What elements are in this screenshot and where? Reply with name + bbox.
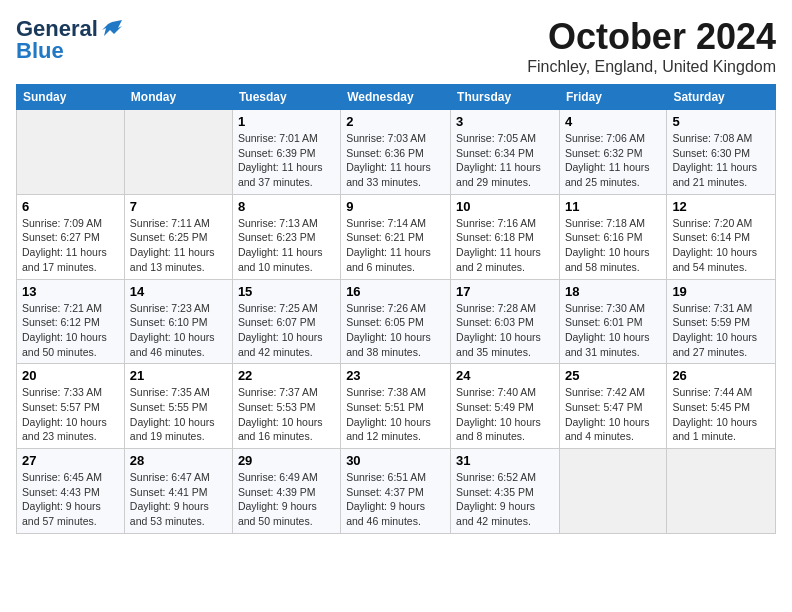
calendar-cell: 8Sunrise: 7:13 AM Sunset: 6:23 PM Daylig… — [232, 194, 340, 279]
title-area: October 2024 Finchley, England, United K… — [527, 16, 776, 76]
day-info: Sunrise: 7:25 AM Sunset: 6:07 PM Dayligh… — [238, 301, 335, 360]
calendar-cell: 10Sunrise: 7:16 AM Sunset: 6:18 PM Dayli… — [451, 194, 560, 279]
day-number: 19 — [672, 284, 770, 299]
calendar-week-row: 20Sunrise: 7:33 AM Sunset: 5:57 PM Dayli… — [17, 364, 776, 449]
day-number: 6 — [22, 199, 119, 214]
day-info: Sunrise: 7:16 AM Sunset: 6:18 PM Dayligh… — [456, 216, 554, 275]
header-day-thursday: Thursday — [451, 85, 560, 110]
day-number: 1 — [238, 114, 335, 129]
calendar-cell — [559, 449, 666, 534]
calendar-cell: 1Sunrise: 7:01 AM Sunset: 6:39 PM Daylig… — [232, 110, 340, 195]
day-number: 25 — [565, 368, 661, 383]
day-number: 26 — [672, 368, 770, 383]
calendar-cell: 17Sunrise: 7:28 AM Sunset: 6:03 PM Dayli… — [451, 279, 560, 364]
day-number: 17 — [456, 284, 554, 299]
day-info: Sunrise: 7:28 AM Sunset: 6:03 PM Dayligh… — [456, 301, 554, 360]
calendar-cell: 29Sunrise: 6:49 AM Sunset: 4:39 PM Dayli… — [232, 449, 340, 534]
day-info: Sunrise: 7:20 AM Sunset: 6:14 PM Dayligh… — [672, 216, 770, 275]
day-number: 22 — [238, 368, 335, 383]
day-info: Sunrise: 7:21 AM Sunset: 6:12 PM Dayligh… — [22, 301, 119, 360]
calendar-cell: 18Sunrise: 7:30 AM Sunset: 6:01 PM Dayli… — [559, 279, 666, 364]
calendar-cell: 12Sunrise: 7:20 AM Sunset: 6:14 PM Dayli… — [667, 194, 776, 279]
day-info: Sunrise: 7:33 AM Sunset: 5:57 PM Dayligh… — [22, 385, 119, 444]
logo: General Blue — [16, 16, 122, 64]
day-info: Sunrise: 7:31 AM Sunset: 5:59 PM Dayligh… — [672, 301, 770, 360]
day-number: 21 — [130, 368, 227, 383]
day-number: 31 — [456, 453, 554, 468]
day-number: 5 — [672, 114, 770, 129]
day-info: Sunrise: 7:40 AM Sunset: 5:49 PM Dayligh… — [456, 385, 554, 444]
day-info: Sunrise: 7:08 AM Sunset: 6:30 PM Dayligh… — [672, 131, 770, 190]
day-number: 10 — [456, 199, 554, 214]
day-info: Sunrise: 7:44 AM Sunset: 5:45 PM Dayligh… — [672, 385, 770, 444]
day-number: 12 — [672, 199, 770, 214]
day-info: Sunrise: 7:18 AM Sunset: 6:16 PM Dayligh… — [565, 216, 661, 275]
calendar-header-row: SundayMondayTuesdayWednesdayThursdayFrid… — [17, 85, 776, 110]
day-number: 20 — [22, 368, 119, 383]
header-day-friday: Friday — [559, 85, 666, 110]
logo-blue: Blue — [16, 38, 64, 64]
calendar-cell: 6Sunrise: 7:09 AM Sunset: 6:27 PM Daylig… — [17, 194, 125, 279]
day-info: Sunrise: 6:45 AM Sunset: 4:43 PM Dayligh… — [22, 470, 119, 529]
day-info: Sunrise: 6:51 AM Sunset: 4:37 PM Dayligh… — [346, 470, 445, 529]
day-number: 27 — [22, 453, 119, 468]
day-number: 11 — [565, 199, 661, 214]
day-info: Sunrise: 7:05 AM Sunset: 6:34 PM Dayligh… — [456, 131, 554, 190]
day-number: 7 — [130, 199, 227, 214]
day-number: 28 — [130, 453, 227, 468]
day-info: Sunrise: 7:13 AM Sunset: 6:23 PM Dayligh… — [238, 216, 335, 275]
header-day-sunday: Sunday — [17, 85, 125, 110]
calendar-cell: 15Sunrise: 7:25 AM Sunset: 6:07 PM Dayli… — [232, 279, 340, 364]
calendar-cell: 2Sunrise: 7:03 AM Sunset: 6:36 PM Daylig… — [341, 110, 451, 195]
calendar-week-row: 13Sunrise: 7:21 AM Sunset: 6:12 PM Dayli… — [17, 279, 776, 364]
day-number: 4 — [565, 114, 661, 129]
calendar-cell: 28Sunrise: 6:47 AM Sunset: 4:41 PM Dayli… — [124, 449, 232, 534]
calendar-cell: 14Sunrise: 7:23 AM Sunset: 6:10 PM Dayli… — [124, 279, 232, 364]
calendar-cell: 7Sunrise: 7:11 AM Sunset: 6:25 PM Daylig… — [124, 194, 232, 279]
calendar-cell: 9Sunrise: 7:14 AM Sunset: 6:21 PM Daylig… — [341, 194, 451, 279]
calendar-cell — [17, 110, 125, 195]
calendar-cell: 25Sunrise: 7:42 AM Sunset: 5:47 PM Dayli… — [559, 364, 666, 449]
calendar-cell — [667, 449, 776, 534]
day-number: 18 — [565, 284, 661, 299]
calendar-cell: 31Sunrise: 6:52 AM Sunset: 4:35 PM Dayli… — [451, 449, 560, 534]
day-info: Sunrise: 7:14 AM Sunset: 6:21 PM Dayligh… — [346, 216, 445, 275]
day-info: Sunrise: 7:38 AM Sunset: 5:51 PM Dayligh… — [346, 385, 445, 444]
day-number: 24 — [456, 368, 554, 383]
header-day-tuesday: Tuesday — [232, 85, 340, 110]
day-info: Sunrise: 7:03 AM Sunset: 6:36 PM Dayligh… — [346, 131, 445, 190]
calendar-week-row: 6Sunrise: 7:09 AM Sunset: 6:27 PM Daylig… — [17, 194, 776, 279]
day-number: 8 — [238, 199, 335, 214]
day-info: Sunrise: 6:47 AM Sunset: 4:41 PM Dayligh… — [130, 470, 227, 529]
calendar-cell: 20Sunrise: 7:33 AM Sunset: 5:57 PM Dayli… — [17, 364, 125, 449]
day-number: 14 — [130, 284, 227, 299]
header-day-monday: Monday — [124, 85, 232, 110]
day-info: Sunrise: 7:35 AM Sunset: 5:55 PM Dayligh… — [130, 385, 227, 444]
day-info: Sunrise: 7:37 AM Sunset: 5:53 PM Dayligh… — [238, 385, 335, 444]
day-number: 30 — [346, 453, 445, 468]
day-info: Sunrise: 7:23 AM Sunset: 6:10 PM Dayligh… — [130, 301, 227, 360]
day-info: Sunrise: 7:06 AM Sunset: 6:32 PM Dayligh… — [565, 131, 661, 190]
calendar-cell: 27Sunrise: 6:45 AM Sunset: 4:43 PM Dayli… — [17, 449, 125, 534]
day-number: 15 — [238, 284, 335, 299]
calendar-cell: 4Sunrise: 7:06 AM Sunset: 6:32 PM Daylig… — [559, 110, 666, 195]
day-info: Sunrise: 7:11 AM Sunset: 6:25 PM Dayligh… — [130, 216, 227, 275]
calendar-cell: 11Sunrise: 7:18 AM Sunset: 6:16 PM Dayli… — [559, 194, 666, 279]
day-info: Sunrise: 7:26 AM Sunset: 6:05 PM Dayligh… — [346, 301, 445, 360]
logo-bird-icon — [100, 18, 122, 40]
calendar-cell: 5Sunrise: 7:08 AM Sunset: 6:30 PM Daylig… — [667, 110, 776, 195]
day-info: Sunrise: 7:01 AM Sunset: 6:39 PM Dayligh… — [238, 131, 335, 190]
calendar-week-row: 27Sunrise: 6:45 AM Sunset: 4:43 PM Dayli… — [17, 449, 776, 534]
calendar-cell: 23Sunrise: 7:38 AM Sunset: 5:51 PM Dayli… — [341, 364, 451, 449]
day-number: 3 — [456, 114, 554, 129]
day-number: 2 — [346, 114, 445, 129]
location-title: Finchley, England, United Kingdom — [527, 58, 776, 76]
calendar-cell: 22Sunrise: 7:37 AM Sunset: 5:53 PM Dayli… — [232, 364, 340, 449]
header-day-wednesday: Wednesday — [341, 85, 451, 110]
calendar-cell: 26Sunrise: 7:44 AM Sunset: 5:45 PM Dayli… — [667, 364, 776, 449]
calendar-cell: 30Sunrise: 6:51 AM Sunset: 4:37 PM Dayli… — [341, 449, 451, 534]
calendar-cell: 19Sunrise: 7:31 AM Sunset: 5:59 PM Dayli… — [667, 279, 776, 364]
day-info: Sunrise: 7:09 AM Sunset: 6:27 PM Dayligh… — [22, 216, 119, 275]
day-number: 9 — [346, 199, 445, 214]
header-day-saturday: Saturday — [667, 85, 776, 110]
